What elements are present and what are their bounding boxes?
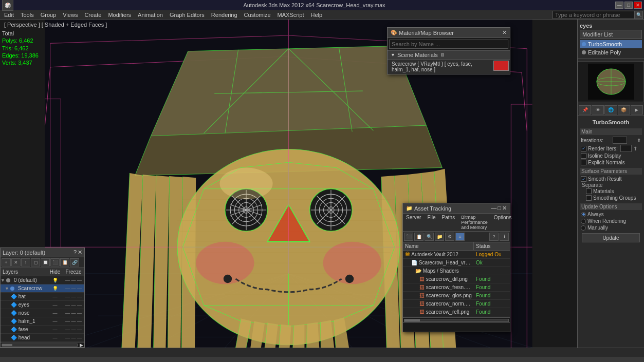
- at-maximize[interactable]: □: [498, 205, 501, 212]
- at-btn-6[interactable]: ≡: [455, 233, 465, 241]
- ts-explicit-normals-chk-box[interactable]: [581, 160, 586, 165]
- search-input[interactable]: [553, 11, 635, 19]
- ts-when-rendering-radio[interactable]: When Rendering: [580, 218, 642, 224]
- layer-btn-5[interactable]: ⬛: [50, 258, 60, 266]
- layer-row-hat[interactable]: 🔷 hat — — — —: [1, 293, 84, 301]
- ts-smoothing-chk-box[interactable]: [586, 195, 592, 201]
- menu-customize[interactable]: Customize: [241, 11, 274, 18]
- mod-btn-world[interactable]: 🌐: [604, 105, 617, 115]
- mat-search-input[interactable]: [389, 40, 508, 49]
- ts-smoothing-groups-check[interactable]: Smoothing Groups: [580, 195, 642, 201]
- at-row-fresn[interactable]: 🖼 scarecrow_fresn.png Found: [403, 283, 510, 292]
- mod-btn-more[interactable]: ▶: [631, 105, 643, 115]
- ts-when-rendering-radio-btn[interactable]: [581, 219, 586, 224]
- at-row-vault[interactable]: 🏛 Autodesk Vault 2012 Logged Ou: [403, 251, 510, 259]
- mat-item-row[interactable]: Scarecrow { VRayMtl } [ eyes, fase, halm…: [388, 60, 510, 74]
- layer-btn-del[interactable]: ✕: [11, 258, 21, 266]
- ts-materials-check[interactable]: Materials: [580, 188, 642, 195]
- at-menu-bitmap[interactable]: Bitmap Performance and Memory: [458, 214, 491, 231]
- layer-default-hide[interactable]: 💡: [47, 278, 63, 283]
- ts-smooth-result-chk-box[interactable]: [581, 176, 586, 182]
- at-close[interactable]: ✕: [502, 205, 507, 212]
- layer-row-default[interactable]: ▼ 0 (default) 💡 — — —: [1, 276, 84, 284]
- ts-render-iter-spinner[interactable]: ⬆: [633, 146, 637, 151]
- close-button[interactable]: ✕: [634, 2, 642, 9]
- at-help-btn[interactable]: ?: [489, 233, 499, 241]
- menu-edit[interactable]: Edit: [1, 11, 17, 18]
- at-minimize[interactable]: —: [491, 205, 496, 212]
- at-menu-server[interactable]: Server: [403, 214, 424, 231]
- layer-row-head[interactable]: 🔷 head — — — —: [1, 334, 84, 342]
- ts-always-radio-btn[interactable]: [581, 212, 586, 217]
- ts-smooth-result-check[interactable]: Smooth Result: [580, 176, 642, 182]
- layer-scrollbar[interactable]: ▶: [1, 342, 84, 347]
- ts-iterations-input[interactable]: 0: [613, 137, 627, 144]
- layer-close[interactable]: ✕: [78, 249, 82, 256]
- ts-iter-spinner[interactable]: ⬆: [637, 138, 641, 143]
- at-scrollbar[interactable]: [403, 317, 510, 322]
- ts-update-button[interactable]: Update: [582, 233, 640, 242]
- at-btn-2[interactable]: 📋: [414, 233, 424, 241]
- layer-row-halm[interactable]: 🔷 halm_1 — — — —: [1, 317, 84, 326]
- menu-graph-editors[interactable]: Graph Editors: [167, 11, 208, 18]
- menu-create[interactable]: Create: [81, 11, 104, 18]
- at-menu-options[interactable]: Options: [491, 214, 514, 231]
- app-icon[interactable]: 🎲: [2, 0, 13, 11]
- menu-group[interactable]: Group: [38, 11, 60, 18]
- at-menu-paths[interactable]: Paths: [439, 214, 458, 231]
- layer-row-scarecrow[interactable]: ▼ Scarecrow 💡 — — —: [1, 284, 84, 293]
- maximize-button[interactable]: □: [624, 2, 633, 9]
- search-icon[interactable]: 🔍: [635, 11, 643, 19]
- menu-views[interactable]: Views: [60, 11, 81, 18]
- at-info-btn[interactable]: ℹ: [500, 233, 509, 241]
- layer-btn-select[interactable]: ◻: [31, 258, 40, 266]
- layer-scroll-right[interactable]: ▶: [80, 342, 83, 348]
- mat-scene-header[interactable]: ▼ Scene Materials: [388, 51, 510, 60]
- modifier-list-title[interactable]: Modifier List: [580, 30, 642, 39]
- ts-render-iters-input[interactable]: 2: [620, 145, 632, 152]
- at-btn-5[interactable]: ⚙: [445, 233, 454, 241]
- mod-btn-pin[interactable]: 📌: [579, 105, 591, 115]
- layer-btn-add[interactable]: ↑: [21, 258, 30, 266]
- menu-animation[interactable]: Animation: [135, 11, 166, 18]
- ts-render-iters-chk-box[interactable]: [581, 146, 586, 151]
- at-scroll-thumb[interactable]: [404, 319, 420, 321]
- viewport[interactable]: [ Perspective ] [ Shaded + Edged Faces ]…: [0, 20, 577, 348]
- layer-row-eyes[interactable]: 🔷 eyes — — — —: [1, 301, 84, 309]
- at-row-maps[interactable]: 📂 Maps / Shaders: [403, 267, 510, 275]
- layer-btn-new[interactable]: +: [2, 258, 11, 266]
- ts-render-iters-check[interactable]: Render Iters: 2 ⬆: [580, 144, 642, 153]
- at-row-maxfile[interactable]: 📄 Scarecrow_Head_vray.max Ok: [403, 259, 510, 267]
- at-row-dif[interactable]: 🖼 scarecrow_dif.png Found: [403, 275, 510, 283]
- ts-materials-chk-box[interactable]: [586, 188, 592, 194]
- at-menu-file[interactable]: File: [424, 214, 438, 231]
- ts-manually-radio-btn[interactable]: [581, 225, 586, 231]
- at-btn-3[interactable]: 🔍: [425, 233, 434, 241]
- ts-explicit-normals-check[interactable]: Explicit Normals: [580, 159, 642, 166]
- layer-btn-6[interactable]: 📋: [60, 258, 69, 266]
- modifier-editpoly[interactable]: Editable Poly: [580, 48, 642, 56]
- menu-rendering[interactable]: Rendering: [208, 11, 241, 18]
- layer-help[interactable]: ?: [73, 249, 77, 256]
- at-btn-1[interactable]: ⬛: [404, 233, 413, 241]
- mod-btn-show[interactable]: 👁: [592, 105, 604, 115]
- layer-scroll-thumb[interactable]: [2, 344, 12, 346]
- mod-btn-local[interactable]: 📦: [618, 105, 630, 115]
- at-row-refl[interactable]: 🖼 scarecrow_refl.png Found: [403, 308, 510, 316]
- menu-tools[interactable]: Tools: [17, 11, 37, 18]
- menu-maxscript[interactable]: MAXScript: [274, 11, 307, 18]
- at-search-bar[interactable]: [403, 322, 510, 332]
- at-row-norm[interactable]: 🖼 scarecrow_norm.png Found: [403, 300, 510, 308]
- menu-modifiers[interactable]: Modifiers: [105, 11, 134, 18]
- minimize-button[interactable]: —: [615, 2, 623, 9]
- layer-btn-7[interactable]: 🔗: [70, 258, 79, 266]
- ts-isoline-chk-box[interactable]: [581, 153, 586, 159]
- layer-btn-highlight[interactable]: 🔲: [41, 258, 50, 266]
- layer-scarecrow-hide[interactable]: 💡: [47, 286, 63, 291]
- ts-always-radio[interactable]: Always: [580, 211, 642, 218]
- mat-browser-close[interactable]: ✕: [502, 29, 507, 36]
- ts-isoline-check[interactable]: Isoline Display: [580, 153, 642, 159]
- at-btn-4[interactable]: 📁: [435, 233, 444, 241]
- layer-row-fase[interactable]: 🔷 fase — — — —: [1, 326, 84, 334]
- at-row-refr[interactable]: 🖼 scarecrow_refr.png Found: [403, 316, 510, 317]
